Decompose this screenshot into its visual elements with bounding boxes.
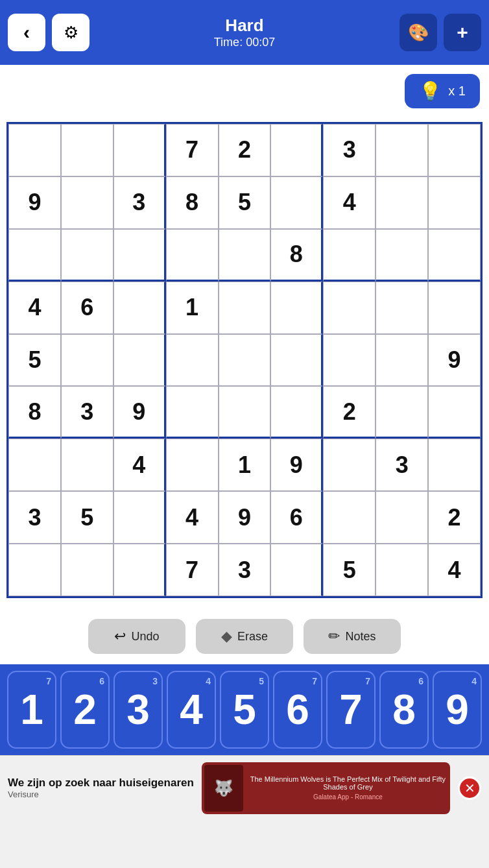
cell-r0-c1[interactable] — [61, 124, 113, 176]
cell-r1-c1[interactable] — [61, 176, 113, 229]
theme-button[interactable]: 🎨 — [400, 14, 437, 51]
cell-r2-c5[interactable]: 8 — [270, 229, 323, 282]
back-button[interactable]: ‹ — [8, 14, 45, 51]
cell-r0-c3[interactable]: 7 — [166, 124, 219, 176]
cell-r0-c8[interactable] — [428, 124, 481, 176]
cell-r4-c2[interactable] — [113, 334, 166, 387]
cell-r3-c5[interactable] — [270, 282, 323, 334]
num-button-5[interactable]: 55 — [220, 671, 269, 749]
cell-r8-c8[interactable]: 4 — [428, 544, 481, 596]
cell-r5-c5[interactable] — [270, 386, 323, 439]
cell-r6-c8[interactable] — [428, 439, 481, 491]
notes-button[interactable]: ✏ Notes — [304, 619, 401, 654]
cell-r5-c2[interactable]: 9 — [113, 386, 166, 439]
cell-r0-c7[interactable] — [376, 124, 428, 176]
cell-r6-c2[interactable]: 4 — [113, 439, 166, 491]
cell-r1-c8[interactable] — [428, 176, 481, 229]
cell-r6-c4[interactable]: 1 — [219, 439, 271, 491]
cell-r2-c1[interactable] — [61, 229, 113, 282]
num-button-7[interactable]: 77 — [326, 671, 376, 749]
cell-r1-c0[interactable]: 9 — [8, 176, 61, 229]
cell-r5-c6[interactable]: 2 — [323, 386, 376, 439]
cell-r3-c8[interactable] — [428, 282, 481, 334]
cell-r2-c2[interactable] — [113, 229, 166, 282]
cell-r7-c7[interactable] — [376, 491, 428, 544]
cell-r7-c2[interactable] — [113, 491, 166, 544]
undo-button[interactable]: ↩ Undo — [88, 619, 185, 654]
cell-r4-c4[interactable] — [219, 334, 271, 387]
erase-button[interactable]: ◆ Erase — [196, 619, 293, 654]
cell-r7-c5[interactable]: 6 — [270, 491, 323, 544]
cell-r3-c1[interactable]: 6 — [61, 282, 113, 334]
cell-r4-c3[interactable] — [166, 334, 219, 387]
cell-r3-c7[interactable] — [376, 282, 428, 334]
cell-r1-c5[interactable] — [270, 176, 323, 229]
cell-r0-c4[interactable]: 2 — [219, 124, 271, 176]
num-button-3[interactable]: 33 — [113, 671, 163, 749]
cell-r2-c3[interactable] — [166, 229, 219, 282]
num-button-8[interactable]: 68 — [379, 671, 429, 749]
num-button-6[interactable]: 76 — [273, 671, 322, 749]
num-button-2[interactable]: 62 — [60, 671, 110, 749]
cell-r8-c4[interactable]: 3 — [219, 544, 271, 596]
hint-button[interactable]: 💡 x 1 — [405, 74, 480, 108]
cell-r7-c0[interactable]: 3 — [8, 491, 61, 544]
cell-r7-c4[interactable]: 9 — [219, 491, 271, 544]
cell-r8-c7[interactable] — [376, 544, 428, 596]
ad-image[interactable]: 🐺 The Millennium Wolves is The Perfect M… — [202, 762, 450, 814]
cell-r8-c6[interactable]: 5 — [323, 544, 376, 596]
cell-r2-c7[interactable] — [376, 229, 428, 282]
cell-r8-c5[interactable] — [270, 544, 323, 596]
cell-r8-c0[interactable] — [8, 544, 61, 596]
num-button-9[interactable]: 49 — [433, 671, 482, 749]
cell-r1-c3[interactable]: 8 — [166, 176, 219, 229]
cell-r5-c1[interactable]: 3 — [61, 386, 113, 439]
cell-r5-c4[interactable] — [219, 386, 271, 439]
cell-r3-c3[interactable]: 1 — [166, 282, 219, 334]
cell-r4-c6[interactable] — [323, 334, 376, 387]
add-button[interactable]: + — [444, 14, 481, 51]
cell-r6-c1[interactable] — [61, 439, 113, 491]
cell-r4-c1[interactable] — [61, 334, 113, 387]
cell-r4-c8[interactable]: 9 — [428, 334, 481, 387]
cell-r2-c4[interactable] — [219, 229, 271, 282]
cell-r0-c5[interactable] — [270, 124, 323, 176]
cell-r5-c7[interactable] — [376, 386, 428, 439]
cell-r5-c8[interactable] — [428, 386, 481, 439]
cell-r8-c1[interactable] — [61, 544, 113, 596]
cell-r0-c0[interactable] — [8, 124, 61, 176]
cell-r1-c6[interactable]: 4 — [323, 176, 376, 229]
cell-r7-c1[interactable]: 5 — [61, 491, 113, 544]
cell-r3-c0[interactable]: 4 — [8, 282, 61, 334]
cell-r3-c6[interactable] — [323, 282, 376, 334]
cell-r1-c4[interactable]: 5 — [219, 176, 271, 229]
cell-r1-c7[interactable] — [376, 176, 428, 229]
cell-r3-c4[interactable] — [219, 282, 271, 334]
cell-r6-c6[interactable] — [323, 439, 376, 491]
cell-r3-c2[interactable] — [113, 282, 166, 334]
cell-r4-c0[interactable]: 5 — [8, 334, 61, 387]
num-button-4[interactable]: 44 — [167, 671, 216, 749]
cell-r5-c3[interactable] — [166, 386, 219, 439]
settings-button[interactable]: ⚙ — [52, 14, 89, 51]
cell-r2-c6[interactable] — [323, 229, 376, 282]
num-button-1[interactable]: 71 — [7, 671, 56, 749]
cell-r6-c3[interactable] — [166, 439, 219, 491]
cell-r4-c5[interactable] — [270, 334, 323, 387]
cell-r0-c6[interactable]: 3 — [323, 124, 376, 176]
cell-r8-c2[interactable] — [113, 544, 166, 596]
cell-r6-c7[interactable]: 3 — [376, 439, 428, 491]
cell-r8-c3[interactable]: 7 — [166, 544, 219, 596]
cell-r7-c3[interactable]: 4 — [166, 491, 219, 544]
cell-r6-c5[interactable]: 9 — [270, 439, 323, 491]
cell-r1-c2[interactable]: 3 — [113, 176, 166, 229]
cell-r7-c6[interactable] — [323, 491, 376, 544]
ad-close-button[interactable]: ✕ — [458, 777, 481, 800]
cell-r4-c7[interactable] — [376, 334, 428, 387]
cell-r0-c2[interactable] — [113, 124, 166, 176]
cell-r5-c0[interactable]: 8 — [8, 386, 61, 439]
cell-r7-c8[interactable]: 2 — [428, 491, 481, 544]
cell-r2-c0[interactable] — [8, 229, 61, 282]
cell-r6-c0[interactable] — [8, 439, 61, 491]
cell-r2-c8[interactable] — [428, 229, 481, 282]
